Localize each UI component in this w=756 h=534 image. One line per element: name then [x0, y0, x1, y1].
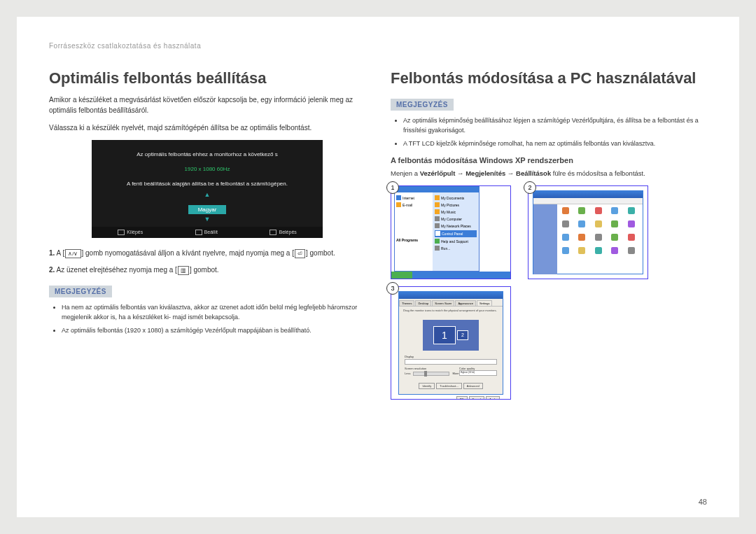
menu-label: Help and Support: [441, 239, 468, 244]
path-bold: Megjelenítés: [465, 169, 505, 177]
two-column-layout: Optimális felbontás beállítása Amikor a …: [49, 69, 707, 496]
menu-label: My Music: [441, 210, 456, 214]
path-bold: Beállítások: [516, 169, 551, 177]
section-title-left: Optimális felbontás beállítása: [49, 69, 365, 87]
note-heading: MEGJEGYZÉS: [391, 99, 454, 111]
cp-icon: [577, 247, 587, 258]
cp-icon: [610, 220, 620, 231]
breadcrumb: Forráseszköz csatlakoztatása és használa…: [49, 42, 707, 50]
cp-icon: [626, 234, 636, 244]
cp-icon: [560, 247, 570, 258]
menu-label: My Pictures: [441, 203, 459, 207]
menu-label: E-mail: [402, 203, 412, 207]
tab-settings: Settings: [477, 300, 492, 306]
step-text: ] gomb nyomogatásával álljon a kívánt ny…: [82, 249, 295, 257]
arrow-icon: →: [505, 169, 516, 177]
cp-icon: [593, 247, 603, 258]
control-panel-icon: [435, 231, 440, 236]
all-programs-label: All Programs: [396, 238, 418, 242]
osd-exit-label: Kilépés: [118, 230, 143, 235]
cp-icon: [626, 247, 636, 258]
cp-icon: [560, 207, 570, 218]
resolution-slider: [413, 372, 449, 376]
step-number-badge: 2: [524, 181, 536, 194]
display-properties-screenshot: Themes Desktop Screen Saver Appearance S…: [391, 286, 511, 400]
path-text: fülre és módosítsa a felbontást.: [551, 169, 645, 177]
menu-label: My Network Places: [441, 224, 471, 228]
step-number-badge: 3: [386, 282, 399, 295]
tab-themes: Themes: [399, 300, 414, 306]
menu-label: Run...: [441, 246, 450, 251]
step-text: Az üzenet elrejtéséhez nyomja meg a [: [57, 266, 177, 274]
note-item: Az optimális képminőség beállításához lé…: [403, 116, 707, 135]
page-number: 48: [699, 498, 707, 506]
computer-icon: [435, 216, 440, 221]
section-title-right: Felbontás módosítása a PC használatával: [391, 69, 707, 87]
osd-language-select: ▲ Magyar ▼: [92, 191, 323, 223]
cp-icon: [610, 234, 620, 244]
advanced-button: Advanced: [463, 383, 483, 389]
step-2: 2. Az üzenet elrejtéséhez nyomja meg a […: [49, 265, 365, 276]
cp-icon: [577, 220, 587, 231]
note-item: Ha nem az optimális felbontás van kivála…: [62, 303, 365, 322]
osd-footer: Kilépés Beállít Belépés: [92, 227, 323, 238]
identify-button: Identify: [419, 383, 435, 389]
cp-icon: [593, 234, 603, 244]
manual-page: Forráseszköz csatlakoztatása és használa…: [17, 17, 739, 517]
window-toolbar: [533, 198, 643, 204]
paragraph: Amikor a készüléket a megvásárlást követ…: [49, 94, 365, 115]
note-list: Az optimális képminőség beállításához lé…: [391, 116, 707, 149]
cp-icon: [626, 207, 636, 218]
menu-key-icon: ▥: [178, 266, 189, 275]
control-panel-highlighted: Control Panel: [435, 230, 477, 237]
run-icon: [435, 246, 440, 251]
screenshot-row: 1 Internet E-mail All Programs My Docume…: [391, 185, 707, 279]
resolution-label: Screen resolution: [405, 367, 459, 370]
help-icon: [435, 239, 440, 244]
cp-icon: [593, 207, 603, 218]
step-number-badge: 1: [386, 181, 399, 194]
slider-more-label: More: [452, 372, 458, 375]
display-label: Display: [405, 355, 497, 358]
dialog: Themes Desktop Screen Saver Appearance S…: [398, 291, 503, 395]
tab-screensaver: Screen Saver: [432, 300, 454, 306]
window: [533, 190, 643, 274]
note-list: Ha nem az optimális felbontás van kivála…: [49, 303, 365, 336]
start-button: [391, 272, 412, 279]
mail-icon: [396, 202, 401, 207]
start-menu-right: My Documents My Pictures My Music My Com…: [433, 192, 479, 271]
cp-icon: [560, 234, 570, 244]
network-icon: [435, 223, 440, 228]
osd-resolution: 1920 x 1080 60Hz: [92, 162, 323, 176]
apply-button: Apply: [486, 396, 500, 400]
osd-text: Az optimális felbontás ehhez a monitorho…: [92, 147, 323, 162]
ie-icon: [396, 195, 401, 200]
triangle-up-icon: ▲: [92, 191, 323, 198]
folder-icon: [435, 209, 440, 214]
menu-label: Internet: [402, 196, 414, 200]
cp-icon: [577, 234, 587, 244]
cp-icon: [610, 247, 620, 258]
control-panel-screenshot: [528, 185, 648, 279]
folder-icon: [435, 202, 440, 207]
right-column: Felbontás módosítása a PC használatával …: [391, 69, 707, 496]
dialog-tabs: Themes Desktop Screen Saver Appearance S…: [399, 299, 503, 307]
navigation-path: Menjen a Vezérlőpult → Megjelenítés → Be…: [391, 169, 707, 178]
screenshot-row: 3 Themes Desktop Screen Saver Appearance…: [391, 286, 707, 400]
subheading: A felbontás módosítása Windows XP rendsz…: [391, 156, 707, 164]
color-dropdown: Highest (32 bit): [459, 370, 497, 376]
menu-label: My Computer: [441, 217, 462, 221]
tab-appearance: Appearance: [455, 300, 476, 306]
cp-icon: [577, 207, 587, 218]
dialog-buttons: OK Cancel Apply: [399, 393, 503, 400]
path-text: Menjen a: [391, 169, 420, 177]
cp-icon: [593, 220, 603, 231]
left-column: Optimális felbontás beállítása Amikor a …: [49, 69, 365, 496]
slider-less-label: Less: [405, 372, 410, 375]
folder-icon: [435, 195, 440, 200]
up-down-key-icon: ∧/∨: [65, 249, 80, 258]
cp-icon: [626, 220, 636, 231]
osd-language-value: Magyar: [188, 205, 227, 214]
monitor-2-icon: 2: [457, 330, 468, 340]
window-titlebar: [533, 191, 643, 198]
